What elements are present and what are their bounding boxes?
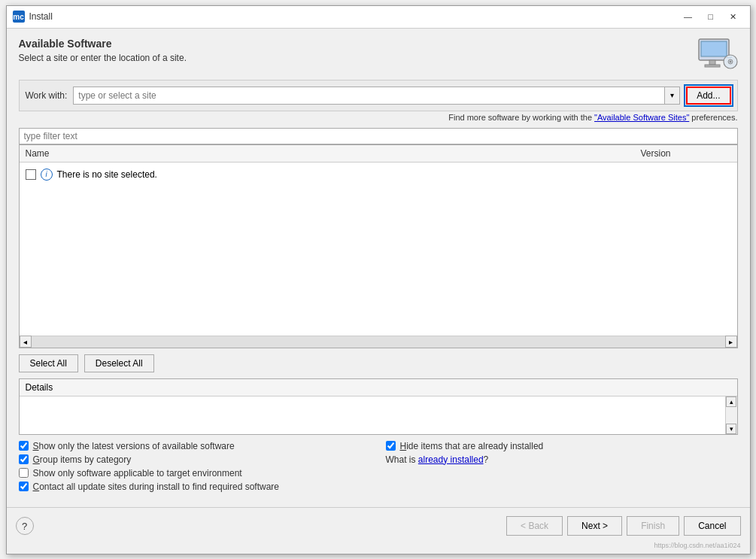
info-icon: i bbox=[41, 169, 53, 181]
horizontal-scrollbar[interactable]: ◂ ▸ bbox=[20, 336, 737, 348]
find-more-row: Find more software by working with the "… bbox=[19, 113, 738, 122]
no-site-row: i There is no site selected. bbox=[26, 166, 731, 184]
window-title: Install bbox=[29, 11, 53, 22]
filter-input[interactable] bbox=[19, 128, 738, 144]
target-env-label[interactable]: Show only software applicable to target … bbox=[33, 468, 242, 478]
deselect-all-button[interactable]: Deselect All bbox=[84, 354, 154, 372]
checkbox-row-5: Show only software applicable to target … bbox=[19, 468, 371, 478]
title-bar: mc Install — □ ✕ bbox=[7, 6, 750, 29]
app-icon: mc bbox=[13, 11, 25, 23]
already-installed-link[interactable]: already installed bbox=[418, 454, 484, 465]
show-latest-checkbox[interactable] bbox=[19, 441, 29, 451]
close-button[interactable]: ✕ bbox=[723, 9, 744, 24]
work-with-section: Work with: ▾ Add... bbox=[19, 80, 738, 111]
filter-row bbox=[19, 128, 738, 144]
cancel-button[interactable]: Cancel bbox=[684, 516, 740, 536]
details-content bbox=[20, 396, 725, 434]
checkbox-row-3: Group items by category bbox=[19, 454, 371, 465]
computer-icon bbox=[697, 38, 738, 72]
contact-update-sites-label[interactable]: Contact all update sites during install … bbox=[33, 482, 280, 492]
col-version-header: Version bbox=[641, 148, 731, 159]
svg-rect-2 bbox=[709, 60, 715, 65]
scroll-left-btn[interactable]: ◂ bbox=[20, 336, 32, 348]
select-buttons-row: Select All Deselect All bbox=[19, 354, 738, 372]
scrollbar-track[interactable] bbox=[32, 338, 725, 345]
find-more-prefix: Find more software by working with the bbox=[448, 113, 594, 122]
next-button[interactable]: Next > bbox=[567, 516, 622, 536]
details-scroll-up[interactable]: ▴ bbox=[726, 396, 736, 407]
checkbox-row-6: Contact all update sites during install … bbox=[19, 482, 738, 492]
checkbox-row-4: What is already installed? bbox=[386, 454, 738, 465]
hide-installed-checkbox[interactable] bbox=[386, 441, 396, 451]
work-with-label: Work with: bbox=[26, 90, 68, 101]
svg-point-6 bbox=[729, 60, 730, 62]
available-software-sites-link[interactable]: "Available Software Sites" bbox=[594, 113, 689, 122]
what-is-text: What is already installed? bbox=[386, 454, 489, 465]
add-button[interactable]: Add... bbox=[686, 87, 730, 105]
back-button[interactable]: < Back bbox=[506, 516, 563, 536]
minimize-button[interactable]: — bbox=[678, 9, 699, 24]
svg-rect-3 bbox=[705, 65, 720, 67]
no-site-message: There is no site selected. bbox=[57, 169, 157, 180]
options-checkboxes: Show only the latest versions of availab… bbox=[19, 441, 738, 492]
details-scroll-down[interactable]: ▾ bbox=[726, 424, 736, 434]
page-title: Available Software bbox=[19, 38, 187, 50]
content-area: Available Software Select a site or ente… bbox=[7, 29, 750, 507]
site-input-container: ▾ bbox=[73, 87, 680, 105]
bottom-bar: ? < Back Next > Finish Cancel bbox=[7, 507, 750, 545]
hide-installed-label[interactable]: Hide items that are already installed bbox=[400, 441, 544, 451]
details-header: Details bbox=[20, 379, 737, 396]
site-input[interactable] bbox=[74, 88, 664, 103]
no-site-checkbox[interactable] bbox=[26, 169, 36, 180]
software-table: Name Version i There is no site selected… bbox=[19, 144, 738, 348]
contact-update-sites-checkbox[interactable] bbox=[19, 482, 29, 491]
find-more-suffix: preferences. bbox=[689, 113, 737, 122]
watermark: https://blog.csdn.net/aa1i024 bbox=[1, 542, 741, 549]
window-controls: — □ ✕ bbox=[678, 9, 744, 24]
svg-rect-1 bbox=[701, 41, 727, 56]
bottom-right: < Back Next > Finish Cancel bbox=[506, 516, 740, 536]
details-body: ▴ ▾ bbox=[20, 396, 737, 434]
header-description: Select a site or enter the location of a… bbox=[19, 53, 187, 63]
scroll-right-btn[interactable]: ▸ bbox=[725, 336, 737, 348]
header-section: Available Software Select a site or ente… bbox=[19, 38, 187, 63]
table-body: i There is no site selected. bbox=[20, 163, 737, 336]
table-header: Name Version bbox=[20, 145, 737, 163]
group-by-category-checkbox[interactable] bbox=[19, 454, 29, 464]
bottom-left: ? bbox=[16, 517, 34, 535]
details-scrollbar: ▴ ▾ bbox=[725, 396, 737, 434]
checkbox-row-2: Hide items that are already installed bbox=[386, 441, 738, 451]
show-latest-label[interactable]: Show only the latest versions of availab… bbox=[33, 441, 235, 451]
select-all-button[interactable]: Select All bbox=[19, 354, 78, 372]
help-button[interactable]: ? bbox=[16, 517, 34, 535]
maximize-button[interactable]: □ bbox=[700, 9, 721, 24]
checkbox-row-1: Show only the latest versions of availab… bbox=[19, 441, 371, 451]
finish-button[interactable]: Finish bbox=[627, 516, 679, 536]
group-by-category-label[interactable]: Group items by category bbox=[33, 454, 132, 465]
site-dropdown-button[interactable]: ▾ bbox=[664, 87, 679, 104]
target-env-checkbox[interactable] bbox=[19, 468, 29, 478]
col-name-header: Name bbox=[26, 148, 641, 159]
details-section: Details ▴ ▾ bbox=[19, 378, 738, 435]
